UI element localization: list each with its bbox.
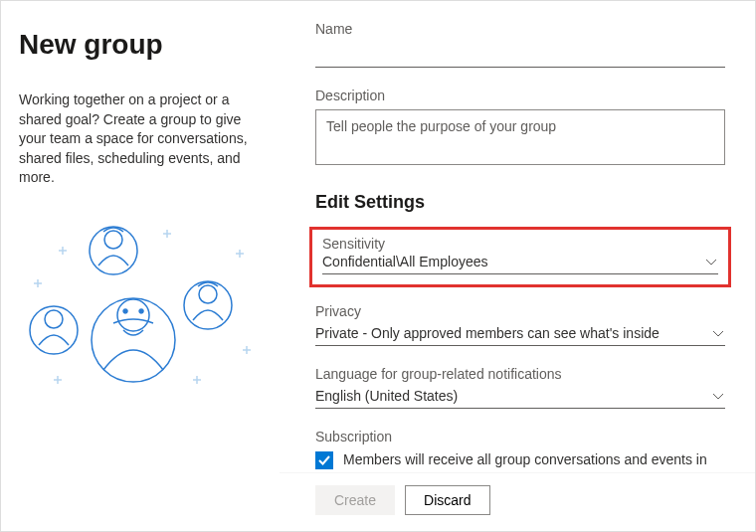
language-value: English (United States) — [315, 388, 458, 404]
svg-point-1 — [117, 299, 149, 331]
sensitivity-label: Sensitivity — [322, 236, 718, 252]
svg-point-6 — [184, 281, 232, 329]
sensitivity-highlight: Sensitivity Confidential\All Employees — [309, 227, 731, 287]
discard-button[interactable]: Discard — [405, 485, 489, 515]
subscription-label: Subscription — [315, 429, 725, 444]
create-button[interactable]: Create — [315, 485, 395, 515]
check-icon — [317, 453, 331, 467]
edit-settings-heading: Edit Settings — [315, 192, 725, 213]
name-label: Name — [315, 21, 725, 37]
chevron-down-icon — [711, 326, 725, 340]
privacy-select[interactable]: Private - Only approved members can see … — [315, 325, 725, 346]
privacy-value: Private - Only approved members can see … — [315, 325, 660, 341]
svg-point-7 — [199, 285, 217, 303]
sensitivity-value: Confidential\All Employees — [322, 254, 488, 269]
footer: Create Discard — [280, 472, 755, 531]
svg-point-5 — [45, 310, 63, 328]
chevron-down-icon — [711, 389, 725, 403]
description-input[interactable] — [315, 109, 725, 165]
description-label: Description — [315, 88, 725, 103]
svg-point-2 — [90, 227, 137, 274]
subscription-checkbox[interactable] — [315, 451, 333, 469]
page-subtitle: Working together on a project or a share… — [19, 90, 260, 188]
svg-point-4 — [30, 306, 78, 354]
language-select[interactable]: English (United States) — [315, 388, 725, 409]
chevron-down-icon — [704, 255, 718, 268]
page-title: New group — [19, 29, 260, 61]
group-illustration — [19, 216, 258, 415]
privacy-label: Privacy — [315, 303, 725, 319]
sensitivity-select[interactable]: Confidential\All Employees — [322, 254, 718, 274]
language-label: Language for group-related notifications — [315, 366, 725, 382]
svg-point-3 — [104, 231, 122, 249]
name-input[interactable] — [315, 43, 725, 68]
